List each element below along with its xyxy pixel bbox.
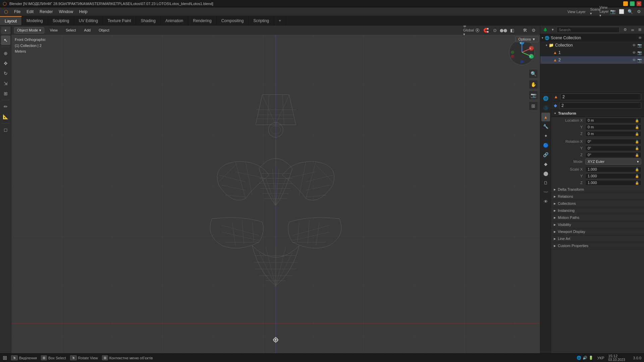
scale-y-field[interactable]: 1.000 🔒: [585, 173, 641, 179]
visibility-section[interactable]: Visibility: [551, 221, 644, 228]
scene-selector[interactable]: Scene ▾: [592, 8, 599, 15]
tool-cursor[interactable]: ⊕: [1, 49, 10, 58]
location-x-field[interactable]: 0 m 🔒: [585, 118, 641, 123]
prop-tab-modifier[interactable]: 🔧: [541, 122, 550, 131]
prop-tab-scene[interactable]: 🌐: [541, 94, 550, 103]
close-button[interactable]: ✕: [637, 1, 641, 6]
menu-edit[interactable]: Edit: [24, 9, 36, 15]
rotation-z-field[interactable]: 0° 🔒: [585, 152, 641, 158]
prop-tab-view[interactable]: 👁: [541, 197, 550, 206]
options-button[interactable]: Options ▼: [515, 36, 539, 42]
render-icon[interactable]: 📷: [609, 8, 616, 15]
viewport-xray-icon[interactable]: ◧: [508, 26, 516, 34]
instancing-section[interactable]: Instancing: [551, 207, 644, 214]
tab-rendering[interactable]: Rendering: [188, 16, 216, 25]
vp-grid[interactable]: ⊞: [529, 101, 538, 111]
tool-select[interactable]: ↖: [1, 36, 10, 45]
blender-menu[interactable]: ⬡: [1, 8, 11, 15]
menu-help[interactable]: Help: [76, 9, 90, 15]
tab-animation[interactable]: Animation: [161, 16, 188, 25]
tool-scale[interactable]: ⇲: [1, 79, 10, 88]
viewport-snap-icon[interactable]: 🧲: [482, 26, 490, 34]
outliner-sort-icon[interactable]: ⚌: [631, 27, 634, 32]
prop-tab-constraint[interactable]: 🔗: [541, 150, 550, 159]
outliner-settings-icon[interactable]: ⚙: [624, 27, 627, 32]
scene-collection-row[interactable]: ▾ 🌐 Scene Collection 👁: [540, 34, 644, 42]
delta-transform-section[interactable]: Delta Transform: [551, 186, 644, 193]
view-layer-selector[interactable]: View Layer ▾: [600, 8, 608, 15]
tab-modeling[interactable]: Modeling: [22, 16, 48, 25]
collection-row[interactable]: ▾ 📁 Collection 👁 📷: [540, 42, 644, 49]
mode-selector-small[interactable]: ▼: [1, 27, 10, 34]
item-2-row[interactable]: ▲ 2 👁 📷: [540, 56, 644, 64]
prop-tab-material[interactable]: ⬤: [541, 169, 550, 178]
item2-cam[interactable]: 📷: [637, 58, 642, 62]
outliner-filter-icon[interactable]: ▾: [552, 27, 554, 32]
vp-view-btn[interactable]: View: [47, 27, 60, 33]
prop-tab-physics[interactable]: 🔵: [541, 141, 550, 149]
rotation-y-field[interactable]: 0° 🔒: [585, 145, 641, 151]
tool-rotate[interactable]: ↻: [1, 69, 10, 78]
vp-pan[interactable]: ✋: [529, 80, 538, 89]
item1-eye[interactable]: 👁: [632, 51, 636, 55]
viewport-tool-icon[interactable]: 🛠: [521, 26, 529, 34]
sc-eye-icon[interactable]: 👁: [638, 36, 642, 40]
viewport-global-icon[interactable]: ⊕ Global ▾: [465, 26, 472, 34]
tab-uv-editing[interactable]: UV Editing: [74, 16, 103, 25]
scale-y-lock[interactable]: 🔒: [635, 174, 639, 178]
col-cam-icon[interactable]: 📷: [637, 43, 642, 48]
search-icon[interactable]: 🔍: [627, 8, 634, 15]
vp-camera[interactable]: 📷: [529, 90, 538, 100]
item1-cam[interactable]: 📷: [637, 51, 642, 55]
viewport-proportional-icon[interactable]: ⊙: [491, 26, 498, 34]
col-eye-icon[interactable]: 👁: [632, 43, 636, 48]
tab-texture-paint[interactable]: Texture Paint: [103, 16, 136, 25]
vp-object-btn[interactable]: Object: [96, 27, 112, 33]
tab-add[interactable]: +: [274, 16, 286, 25]
minimize-button[interactable]: –: [623, 1, 628, 6]
tab-compositing[interactable]: Compositing: [217, 16, 249, 25]
rotation-x-field[interactable]: 0° 🔒: [585, 139, 641, 144]
scale-x-lock[interactable]: 🔒: [635, 168, 639, 171]
scale-z-field[interactable]: 1.000 🔒: [585, 180, 641, 186]
scale-x-field[interactable]: 1.000 🔒: [585, 167, 641, 172]
vp-add-btn[interactable]: Add: [82, 27, 94, 33]
viewport[interactable]: Object Mode ▾ View Select Add Object ⊕ G…: [11, 25, 540, 353]
tab-sculpting[interactable]: Sculpting: [48, 16, 74, 25]
prop-tab-data[interactable]: ◆: [541, 160, 550, 168]
transform-header[interactable]: Transform: [551, 110, 644, 117]
mode-dropdown[interactable]: Object Mode ▾: [14, 27, 44, 34]
custom-properties-section[interactable]: Custom Properties: [551, 242, 644, 249]
menu-render[interactable]: Render: [37, 9, 55, 15]
tab-shading[interactable]: Shading: [136, 16, 161, 25]
viewport-icon[interactable]: ⬜: [618, 8, 625, 15]
scale-z-lock[interactable]: 🔒: [635, 181, 639, 185]
prop-tab-particles[interactable]: ✦: [541, 131, 550, 140]
navigation-gizmo[interactable]: X Y Z: [508, 39, 535, 66]
rotation-x-lock[interactable]: 🔒: [635, 140, 639, 143]
viewport-pivot-icon[interactable]: ⦿: [474, 26, 481, 34]
outliner-search[interactable]: [556, 27, 620, 33]
prop-tab-object[interactable]: ▲: [541, 113, 550, 121]
location-z-field[interactable]: 0 m 🔒: [585, 131, 641, 137]
prop-tab-texture[interactable]: 🗋: [541, 178, 550, 187]
viewport-gizmo-icon[interactable]: ⚙: [530, 26, 537, 34]
tab-layout[interactable]: Layout: [0, 16, 22, 25]
tool-move[interactable]: ✥: [1, 59, 10, 68]
motion-paths-section[interactable]: Motion Paths: [551, 214, 644, 221]
location-x-lock[interactable]: 🔒: [635, 119, 639, 122]
menu-file[interactable]: File: [11, 9, 23, 15]
item2-eye[interactable]: 👁: [632, 58, 636, 62]
prop-tab-world[interactable]: 🌑: [541, 103, 550, 112]
viewport-display-section[interactable]: Viewport Display: [551, 228, 644, 235]
menu-window[interactable]: Window: [56, 9, 76, 15]
object-name-input[interactable]: [560, 94, 641, 100]
line-art-section[interactable]: Line Art: [551, 235, 644, 242]
tool-transform[interactable]: ⊞: [1, 89, 10, 98]
filter-icon[interactable]: ⚙: [635, 8, 643, 15]
tool-object[interactable]: ◻: [1, 125, 10, 134]
tab-scripting[interactable]: Scripting: [249, 16, 274, 25]
collections-section[interactable]: Collections: [551, 200, 644, 207]
relations-section[interactable]: Relations: [551, 193, 644, 200]
vp-zoom-in[interactable]: 🔍: [529, 69, 538, 78]
